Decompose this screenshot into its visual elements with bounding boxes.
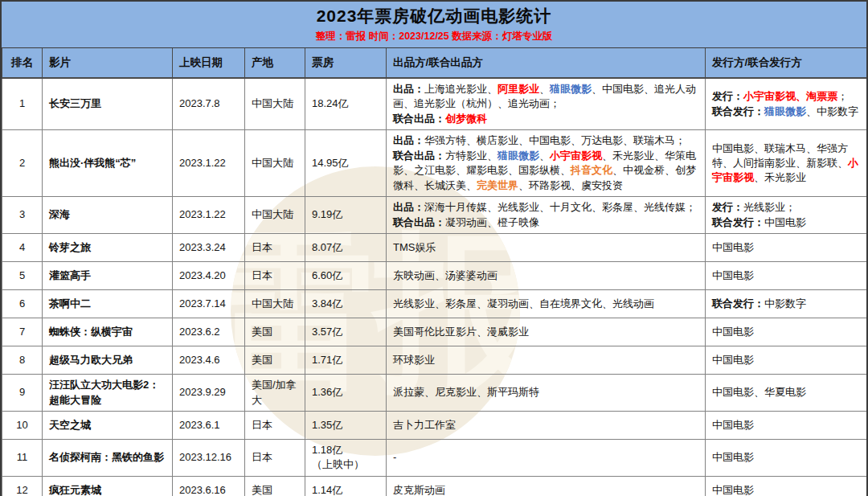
box-office-cell: 1.36亿 [305,375,387,412]
rank-cell: 6 [2,290,43,318]
distributors-cell: 中国电影 [706,476,868,496]
company-name: 中国电影 [712,419,754,431]
origin-cell: 日本 [245,411,305,439]
table-body: 1长安三万里2023.7.8中国大陆18.24亿出品：上海追光影业、阿里影业、猫… [2,78,868,496]
company-name: 、中影数字 [806,105,858,117]
company-name: 完美世界 [477,179,518,191]
film-cell: 疯狂元素城 [43,476,173,496]
origin-cell: 中国大陆 [245,130,305,197]
origin-cell: 美国/加拿大 [245,375,305,412]
box-office-cell: 1.35亿 [305,411,387,439]
company-name: TMS娱乐 [393,241,436,253]
producers-cell: 出品：华强方特、横店影业、中国电影、万达电影、联瑞木马；联合出品：方特影业、猫眼… [387,130,706,197]
table-row: 2熊出没·伴我熊“芯”2023.1.22中国大陆14.95亿出品：华强方特、横店… [2,130,868,197]
company-name: 阿里影业 [497,83,539,95]
rank-cell: 12 [2,476,43,496]
producers-cell: 吉卜力工作室 [387,411,706,439]
rank-cell: 8 [2,346,43,375]
company-name: 中国电影 [712,241,754,253]
box-office-table: 排名影片上映日期产地票房出品方/联合出品方发行方/联合发行方 1长安三万里202… [2,48,868,496]
date-cell: 2023.12.16 [173,439,245,476]
date-cell: 2023.1.22 [173,130,245,197]
table-header-row: 排名影片上映日期产地票房出品方/联合出品方发行方/联合发行方 [2,48,868,78]
column-header: 上映日期 [173,48,245,78]
distributors-cell: 发行：小宇宙影视、淘票票；联合发行：猫眼微影、中影数字 [706,78,868,130]
producers-cell: 出品：上海追光影业、阿里影业、猫眼微影、中国电影、追光人动画、追光影业（杭州）、… [387,78,706,130]
box-office-cell: 3.84亿 [305,290,387,318]
date-cell: 2023.9.29 [173,375,245,412]
film-cell: 熊出没·伴我熊“芯” [43,130,173,197]
date-cell: 2023.6.2 [173,318,245,346]
box-office-cell: 14.95亿 [305,130,387,197]
company-name: 中国电影 [764,216,806,228]
rank-cell: 7 [2,318,43,346]
rank-cell: 4 [2,234,43,262]
producers-cell: TMS娱乐 [387,234,706,262]
distributors-cell: 中国电影 [706,439,868,476]
company-name: 中国电影 [712,484,754,496]
producers-cell: 环球影业 [387,346,706,375]
company-name: 联合发行： [712,216,764,228]
producers-cell: 美国哥伦比亚影片、漫威影业 [387,318,706,346]
column-header: 排名 [2,48,43,78]
company-name: 抖音文化 [571,164,612,176]
column-header: 影片 [43,48,173,78]
date-cell: 2023.7.14 [173,290,245,318]
date-cell: 2023.4.6 [173,346,245,375]
company-name: 中国电影、联瑞木马、华强方特、人间指南影业、新影联、 [712,142,848,169]
box-office-cell: 1.14亿 [305,476,387,496]
box-office-note: （上映中） [312,458,364,470]
producers-cell: - [387,439,706,476]
company-name: 中国电影 [712,269,754,281]
distributors-cell: 中国电影 [706,346,868,375]
column-header: 产地 [245,48,305,78]
company-name: 创梦微科 [445,113,487,125]
table-row: 7蜘蛛侠：纵横宇宙2023.6.2美国3.57亿美国哥伦比亚影片、漫威影业中国电… [2,318,868,346]
producers-cell: 出品：深海十月传媒、光线影业、十月文化、彩条屋、光线传媒；联合出品：凝羽动画、橙… [387,197,706,234]
box-office-cell: 8.07亿 [305,234,387,262]
company-name: 联合出品： [393,216,445,228]
film-cell: 名侦探柯南：黑铁的鱼影 [43,439,173,476]
table-row: 4铃芽之旅2023.3.24日本8.07亿TMS娱乐中国电影 [2,234,868,262]
company-name: 联合出品： [393,113,445,125]
date-cell: 2023.4.20 [173,262,245,290]
rank-cell: 5 [2,262,43,290]
film-cell: 超级马力欧大兄弟 [43,346,173,375]
table-row: 11名侦探柯南：黑铁的鱼影2023.12.16日本1.18亿（上映中）-中国电影 [2,439,868,476]
company-name: 中影数字 [764,297,806,309]
company-name: 东映动画、汤婆婆动画 [393,269,497,281]
date-cell: 2023.7.8 [173,78,245,130]
table-row: 6茶啊中二2023.7.14中国大陆3.84亿光线影业、彩条屋、凝羽动画、自在境… [2,290,868,318]
box-office-cell: 18.24亿 [305,78,387,130]
origin-cell: 中国大陆 [245,290,305,318]
date-cell: 2023.6.1 [173,411,245,439]
rank-cell: 10 [2,411,43,439]
distributors-cell: 中国电影 [706,262,868,290]
box-office-cell: 3.57亿 [305,318,387,346]
date-cell: 2023.1.22 [173,197,245,234]
company-name: 深海十月传媒、光线影业、十月文化、彩条屋、光线传媒； [424,201,696,213]
company-name: 猫眼微影 [497,150,539,162]
distributors-cell: 中国电影 [706,234,868,262]
film-cell: 灌篮高手 [43,262,173,290]
column-header: 发行方/联合发行方 [706,48,868,78]
date-cell: 2023.6.16 [173,476,245,496]
origin-cell: 中国大陆 [245,78,305,130]
origin-cell: 美国 [245,318,305,346]
company-name: 美国哥伦比亚影片、漫威影业 [393,326,529,338]
distributors-cell: 发行：光线影业；联合发行：中国电影 [706,197,868,234]
company-name: 华强方特、横店影业、中国电影、万达电影、联瑞木马； [424,134,686,146]
company-name: 方特影业、 [445,150,497,162]
origin-cell: 美国 [245,476,305,496]
table-row: 1长安三万里2023.7.8中国大陆18.24亿出品：上海追光影业、阿里影业、猫… [2,78,868,130]
page-title: 2023年票房破亿动画电影统计 [2,5,866,27]
company-name: 出品： [393,201,424,213]
table-row: 9汪汪队立大功大电影2：超能大冒险2023.9.29美国/加拿大1.36亿派拉蒙… [2,375,868,412]
company-name: 、环路影视、虞安投资 [518,179,623,191]
column-header: 出品方/联合出品方 [387,48,706,78]
page-subtitle: 整理：雷报 时间：2023/12/25 数据来源：灯塔专业版 [2,30,866,43]
company-name: 派拉蒙、尼克影业、斯平玛斯特 [393,386,539,398]
company-name: 联合发行： [712,297,764,309]
company-name: 、禾光影业 [754,171,806,183]
company-name: 发行： [712,90,743,102]
